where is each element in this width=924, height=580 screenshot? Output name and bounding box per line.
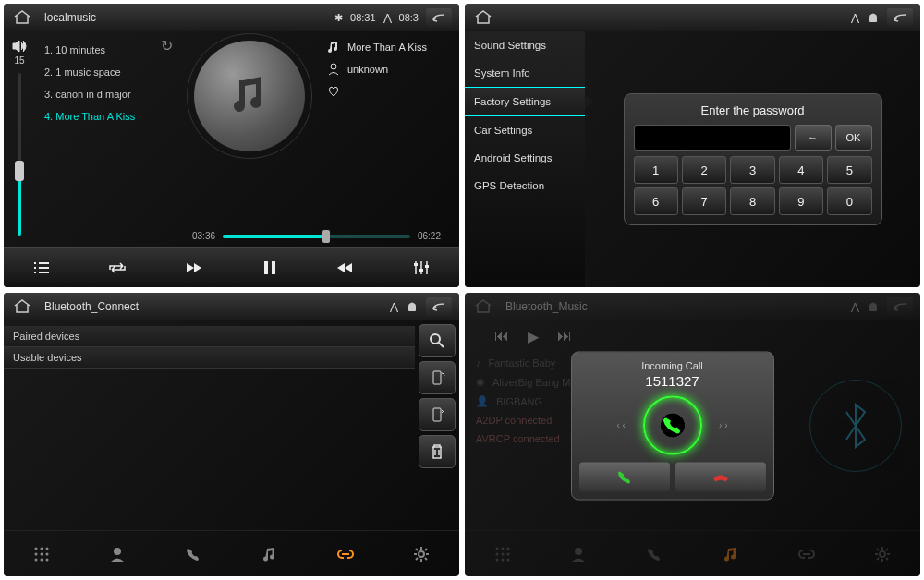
menu-android-settings[interactable]: Android Settings xyxy=(465,144,585,172)
play-button[interactable]: ▶ xyxy=(528,328,539,345)
music-icon[interactable] xyxy=(712,538,749,571)
repeat-button[interactable] xyxy=(97,253,138,283)
svg-point-31 xyxy=(507,558,510,561)
refresh-icon[interactable]: ↻ xyxy=(161,37,173,54)
key-0[interactable]: 0 xyxy=(827,187,871,215)
track-item[interactable]: 3. canon in d major xyxy=(41,83,177,105)
svg-rect-7 xyxy=(408,305,416,311)
home-icon[interactable] xyxy=(11,297,33,316)
statusbar: ⋀ xyxy=(465,4,920,31)
expand-icon[interactable]: ⋀ xyxy=(851,301,859,313)
menu-sound-settings[interactable]: Sound Settings xyxy=(465,31,585,59)
key-6[interactable]: 6 xyxy=(634,187,678,215)
key-5[interactable]: 5 xyxy=(827,156,871,184)
dialog-title: Enter the password xyxy=(634,103,872,117)
key-8[interactable]: 8 xyxy=(730,187,774,215)
contacts-icon[interactable] xyxy=(99,538,136,571)
device-list: Paired devices Usable devices xyxy=(4,320,415,530)
player-controls xyxy=(4,247,459,287)
back-button[interactable] xyxy=(887,297,913,316)
svg-point-27 xyxy=(502,552,505,555)
bluetooth-icon: ✱ xyxy=(334,12,343,24)
duration-time: 06:22 xyxy=(418,231,441,241)
progress-bar[interactable]: 03:36 06:22 xyxy=(192,231,441,241)
password-input[interactable] xyxy=(634,125,791,151)
paired-devices-header[interactable]: Paired devices xyxy=(4,326,415,347)
svg-point-13 xyxy=(46,547,49,550)
next-button[interactable]: ⏭ xyxy=(557,328,572,345)
contacts-icon[interactable] xyxy=(560,538,597,571)
expand-icon[interactable]: ⋀ xyxy=(851,12,859,24)
link-icon[interactable] xyxy=(788,538,825,571)
key-1[interactable]: 1 xyxy=(634,156,678,184)
svg-point-0 xyxy=(331,64,336,69)
expand-icon[interactable]: ⋀ xyxy=(383,12,392,24)
call-icon[interactable] xyxy=(175,538,212,571)
track-meta: More Than A Kiss unknown xyxy=(327,41,427,237)
menu-car-settings[interactable]: Car Settings xyxy=(465,116,585,144)
track-item[interactable]: 2. 1 music space xyxy=(41,61,177,83)
settings-icon[interactable] xyxy=(864,538,901,571)
key-3[interactable]: 3 xyxy=(730,156,774,184)
elapsed-time: 03:36 xyxy=(192,231,215,241)
accept-button[interactable] xyxy=(579,462,670,491)
home-icon[interactable] xyxy=(472,8,494,27)
ok-button[interactable]: OK xyxy=(835,125,872,151)
dialpad-icon[interactable] xyxy=(484,538,521,571)
svg-point-16 xyxy=(46,552,49,555)
key-2[interactable]: 2 xyxy=(682,156,726,184)
key-4[interactable]: 4 xyxy=(779,156,823,184)
call-icon[interactable] xyxy=(636,538,673,571)
svg-rect-9 xyxy=(433,371,441,384)
menu-factory-settings[interactable]: Factory Settings xyxy=(465,87,585,116)
menu-system-info[interactable]: System Info xyxy=(465,59,585,87)
reject-button[interactable] xyxy=(675,462,766,491)
prev-button[interactable] xyxy=(173,253,213,283)
prev-button[interactable]: ⏮ xyxy=(494,328,509,345)
artist: unknown xyxy=(347,64,388,75)
music-player-panel: localmusic ✱ 08:31 ⋀ 08:3 15 1. 10 minut… xyxy=(4,4,459,287)
backspace-button[interactable]: ← xyxy=(795,125,832,151)
key-7[interactable]: 7 xyxy=(682,187,726,215)
bluetooth-connect-panel: Bluetooth_Connect ⋀ Paired devices Usabl… xyxy=(4,293,459,576)
bluetooth-music-panel: Bluetooth_Music ⋀ ⏮ ▶ ⏭ ♪Fantastic Baby … xyxy=(465,293,920,576)
home-icon[interactable] xyxy=(11,8,33,27)
dialpad-icon[interactable] xyxy=(23,538,60,571)
android-icon xyxy=(867,11,880,24)
back-button[interactable] xyxy=(426,8,452,27)
disc-icon: ◉ xyxy=(476,376,485,388)
svg-point-32 xyxy=(575,548,582,555)
pause-button[interactable] xyxy=(249,253,290,283)
equalizer-button[interactable] xyxy=(401,253,442,283)
link-icon[interactable] xyxy=(327,538,364,571)
back-button[interactable] xyxy=(887,8,913,27)
usable-devices-header[interactable]: Usable devices xyxy=(4,347,415,369)
playlist-button[interactable] xyxy=(21,253,62,283)
home-icon[interactable] xyxy=(472,297,494,316)
app-title: Bluetooth_Music xyxy=(505,300,588,313)
device-disconnect-button[interactable] xyxy=(419,398,456,431)
volume-slider[interactable] xyxy=(18,73,21,236)
person-icon xyxy=(327,63,340,76)
back-button[interactable] xyxy=(426,297,452,316)
answer-swipe[interactable] xyxy=(643,395,702,454)
search-button[interactable] xyxy=(419,324,456,357)
expand-icon[interactable]: ⋀ xyxy=(390,301,398,313)
phone-icon xyxy=(661,413,685,437)
settings-icon[interactable] xyxy=(403,538,440,571)
track-item[interactable]: 1. 10 minutes xyxy=(41,39,177,61)
menu-gps-detection[interactable]: GPS Detection xyxy=(465,172,585,199)
svg-point-19 xyxy=(46,558,49,561)
heart-icon[interactable] xyxy=(327,85,340,98)
key-9[interactable]: 9 xyxy=(779,187,823,215)
delete-button[interactable] xyxy=(419,435,456,468)
music-icon[interactable] xyxy=(251,538,288,571)
album-art xyxy=(194,41,305,151)
device-connect-button[interactable] xyxy=(419,361,456,394)
now-playing: More Than A Kiss xyxy=(347,42,427,53)
android-icon xyxy=(406,300,419,313)
svg-rect-1 xyxy=(264,261,268,274)
track-item[interactable]: 4. More Than A Kiss xyxy=(41,105,177,127)
next-button[interactable] xyxy=(325,253,366,283)
app-title: Bluetooth_Connect xyxy=(44,300,139,313)
